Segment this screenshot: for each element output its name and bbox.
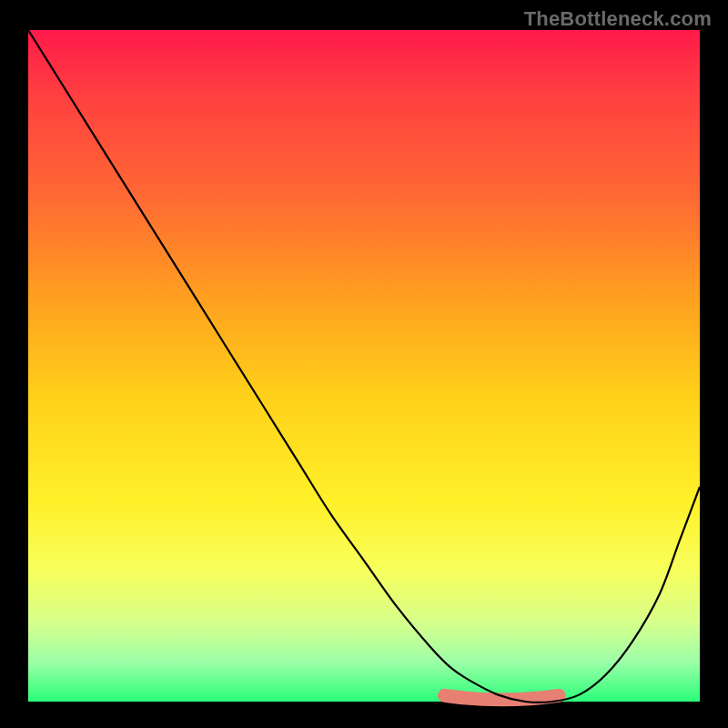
chart-frame: TheBottleneck.com <box>0 0 728 728</box>
plot-area <box>28 30 700 702</box>
watermark-text: TheBottleneck.com <box>524 7 712 31</box>
bottleneck-curve <box>28 30 700 703</box>
curve-svg <box>28 30 700 702</box>
